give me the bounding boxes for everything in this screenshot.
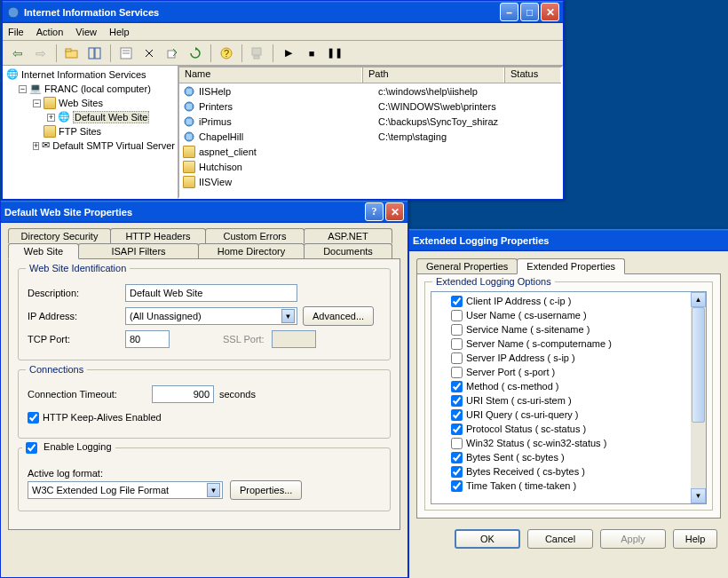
tree-computer[interactable]: −💻FRANC (local computer) (4, 82, 174, 96)
tab-directory-security[interactable]: Directory Security (8, 228, 111, 243)
option-row[interactable]: Server IP Address ( s-ip ) (433, 351, 704, 365)
option-row[interactable]: Server Port ( s-port ) (433, 365, 704, 379)
tcp-port-input[interactable] (125, 330, 170, 348)
refresh-icon[interactable] (186, 44, 205, 63)
option-checkbox[interactable] (451, 381, 463, 392)
minimize-button[interactable]: – (500, 3, 518, 21)
cancel-button[interactable]: Cancel (527, 529, 593, 549)
list-item[interactable]: iPrimusC:\backups\SyncToy_shiraz (179, 114, 561, 129)
col-name[interactable]: Name (179, 67, 362, 83)
option-checkbox[interactable] (451, 310, 463, 321)
option-checkbox[interactable] (451, 409, 463, 421)
props-titlebar[interactable]: Default Web Site Properties ? ✕ (1, 201, 408, 223)
list-item[interactable]: Hutchison (179, 159, 561, 174)
option-checkbox[interactable] (451, 352, 463, 364)
maximize-button[interactable]: □ (520, 3, 539, 21)
menu-help[interactable]: Help (109, 27, 130, 37)
list-item[interactable]: ChapelHillC:\temp\staging (179, 129, 561, 144)
list-item[interactable]: IISView (179, 174, 561, 189)
option-checkbox[interactable] (451, 367, 463, 378)
tree-root[interactable]: 🌐Internet Information Services (4, 67, 174, 82)
log-format-combo[interactable]: W3C Extended Log File Format▼ (28, 481, 223, 499)
tree-websites[interactable]: −Web Sites (4, 96, 174, 110)
tab-custom-errors[interactable]: Custom Errors (205, 228, 305, 243)
option-row[interactable]: User Name ( cs-username ) (433, 308, 704, 322)
option-checkbox[interactable] (451, 424, 463, 435)
tree-ftp[interactable]: FTP Sites (4, 124, 174, 139)
scroll-thumb[interactable] (692, 307, 705, 423)
option-row[interactable]: Server Name ( s-computername ) (433, 337, 704, 351)
help-icon[interactable]: ? (217, 44, 236, 63)
option-row[interactable]: Method ( cs-method ) (433, 379, 704, 393)
back-button[interactable]: ⇦ (8, 44, 28, 63)
collapse-icon[interactable]: − (19, 85, 27, 93)
tab-extended-properties[interactable]: Extended Properties (517, 258, 625, 274)
export-icon[interactable] (162, 44, 182, 63)
menu-view[interactable]: View (75, 27, 97, 37)
view-panes-icon[interactable] (85, 44, 105, 63)
list-item[interactable]: aspnet_client (179, 144, 561, 159)
menu-action[interactable]: Action (36, 27, 64, 37)
list-item[interactable]: PrintersC:\WINDOWS\web\printers (179, 99, 561, 114)
tab-http-headers[interactable]: HTTP Headers (110, 228, 206, 243)
iis-titlebar[interactable]: Internet Information Services – □ ✕ (3, 1, 563, 23)
scroll-up-icon[interactable]: ▲ (691, 292, 706, 307)
tab-home-directory[interactable]: Home Directory (198, 243, 305, 258)
option-row[interactable]: Service Name ( s-sitename ) (433, 322, 704, 337)
ok-button[interactable]: OK (455, 529, 520, 549)
expand-icon[interactable]: + (33, 142, 39, 150)
chevron-down-icon[interactable]: ▼ (207, 483, 220, 497)
option-row[interactable]: URI Stem ( cs-uri-stem ) (433, 393, 704, 408)
option-checkbox[interactable] (451, 466, 463, 478)
properties-icon[interactable] (116, 44, 136, 63)
enable-logging-checkbox[interactable] (26, 442, 37, 454)
list-header[interactable]: Name Path Status (179, 67, 561, 83)
keepalive-checkbox[interactable] (28, 412, 39, 424)
option-row[interactable]: URI Query ( cs-uri-query ) (433, 408, 704, 422)
option-checkbox[interactable] (451, 296, 463, 307)
help-button[interactable]: Help (673, 529, 717, 549)
delete-icon[interactable] (139, 44, 159, 63)
collapse-icon[interactable]: − (33, 99, 41, 107)
timeout-input[interactable] (152, 385, 214, 403)
option-checkbox[interactable] (451, 338, 463, 350)
option-row[interactable]: Client IP Address ( c-ip ) (433, 294, 704, 308)
play-button[interactable]: ▶ (279, 44, 298, 63)
option-checkbox[interactable] (451, 452, 463, 463)
stop-button[interactable]: ■ (302, 44, 321, 63)
list-view[interactable]: Name Path Status IISHelpc:\windows\help\… (178, 66, 563, 199)
col-status[interactable]: Status (504, 67, 561, 83)
tab-documents[interactable]: Documents (304, 243, 392, 258)
help-button[interactable]: ? (365, 202, 384, 221)
expand-icon[interactable]: + (47, 114, 55, 122)
option-row[interactable]: Bytes Sent ( sc-bytes ) (433, 450, 704, 464)
option-row[interactable]: Time Taken ( time-taken ) (433, 479, 704, 493)
ext-titlebar[interactable]: Extended Logging Properties (409, 229, 728, 251)
close-button[interactable]: ✕ (541, 3, 559, 21)
option-checkbox[interactable] (451, 395, 463, 407)
close-button[interactable]: ✕ (385, 202, 404, 221)
scrollbar[interactable]: ▲ ▼ (691, 292, 706, 503)
description-input[interactable] (125, 284, 297, 302)
list-item[interactable]: IISHelpc:\windows\help\iishelp (179, 83, 561, 99)
option-checkbox[interactable] (451, 324, 463, 336)
tab-isapi-filters[interactable]: ISAPI Filters (78, 243, 199, 258)
log-properties-button[interactable]: Properties... (230, 480, 302, 500)
tree-smtp[interactable]: +✉Default SMTP Virtual Server (4, 139, 174, 153)
tab-aspnet[interactable]: ASP.NET (304, 228, 392, 243)
ip-combo[interactable]: (All Unassigned)▼ (125, 307, 297, 325)
option-row[interactable]: Protocol Status ( sc-status ) (433, 422, 704, 436)
option-row[interactable]: Bytes Received ( cs-bytes ) (433, 464, 704, 479)
option-row[interactable]: Win32 Status ( sc-win32-status ) (433, 436, 704, 450)
pause-button[interactable]: ❚❚ (325, 44, 344, 63)
options-list[interactable]: Client IP Address ( c-ip )User Name ( cs… (431, 291, 707, 504)
tree-default-site[interactable]: +🌐Default Web Site (4, 110, 174, 124)
scroll-down-icon[interactable]: ▼ (691, 488, 706, 503)
tab-web-site[interactable]: Web Site (8, 243, 79, 259)
advanced-button[interactable]: Advanced... (303, 306, 374, 326)
col-path[interactable]: Path (362, 67, 504, 83)
option-checkbox[interactable] (451, 438, 463, 449)
up-folder-icon[interactable] (62, 44, 82, 63)
chevron-down-icon[interactable]: ▼ (281, 309, 295, 323)
tree-view[interactable]: 🌐Internet Information Services −💻FRANC (… (3, 66, 178, 199)
